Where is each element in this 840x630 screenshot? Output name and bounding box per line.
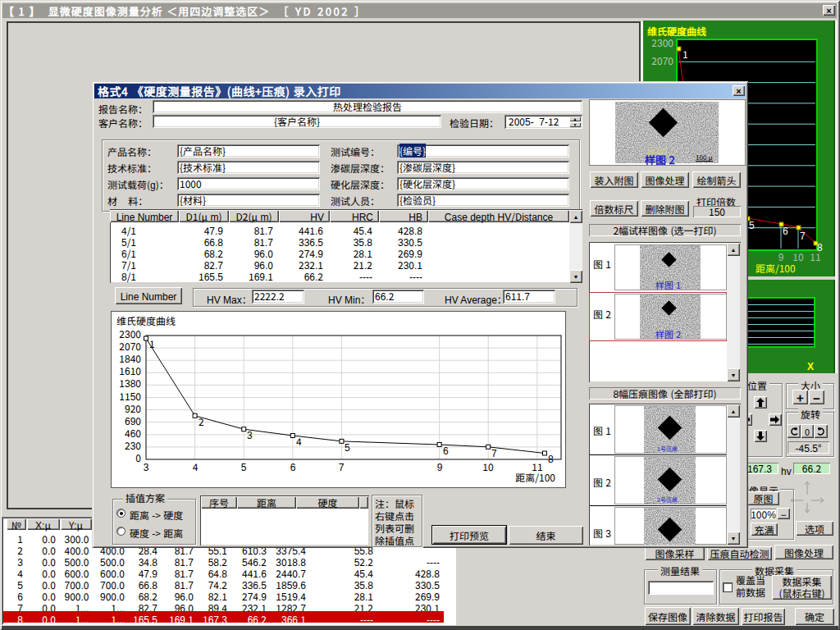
svg-text:4: 4 [193, 459, 199, 473]
svg-text:维氏硬度曲线: 维氏硬度曲线 [647, 24, 706, 38]
svg-text:8: 8 [548, 451, 554, 465]
svg-text:9: 9 [437, 459, 443, 473]
svg-text:5: 5 [749, 217, 755, 231]
svg-text:维氏硬度曲线: 维氏硬度曲线 [116, 313, 176, 327]
svg-text:2: 2 [199, 414, 204, 428]
svg-text:7: 7 [491, 445, 497, 459]
svg-text:6: 6 [443, 443, 449, 457]
svg-text:距离/100: 距离/100 [756, 261, 796, 275]
svg-text:6: 6 [290, 459, 296, 473]
svg-text:7: 7 [339, 459, 345, 473]
svg-text:1: 1 [149, 336, 155, 350]
svg-text:5: 5 [241, 459, 247, 473]
svg-text:距离/100: 距离/100 [515, 470, 555, 484]
svg-text:5: 5 [345, 440, 350, 454]
svg-text:6: 6 [783, 223, 788, 237]
svg-text:10: 10 [482, 459, 494, 473]
svg-text:7: 7 [800, 228, 806, 242]
svg-text:1380: 1380 [119, 376, 141, 390]
svg-text:1: 1 [682, 47, 688, 61]
svg-text:2070: 2070 [651, 53, 673, 67]
svg-text:11: 11 [810, 249, 820, 263]
svg-text:4: 4 [296, 434, 302, 448]
svg-text:3: 3 [144, 459, 149, 473]
svg-text:3: 3 [247, 427, 253, 441]
svg-text:0: 0 [135, 450, 141, 464]
